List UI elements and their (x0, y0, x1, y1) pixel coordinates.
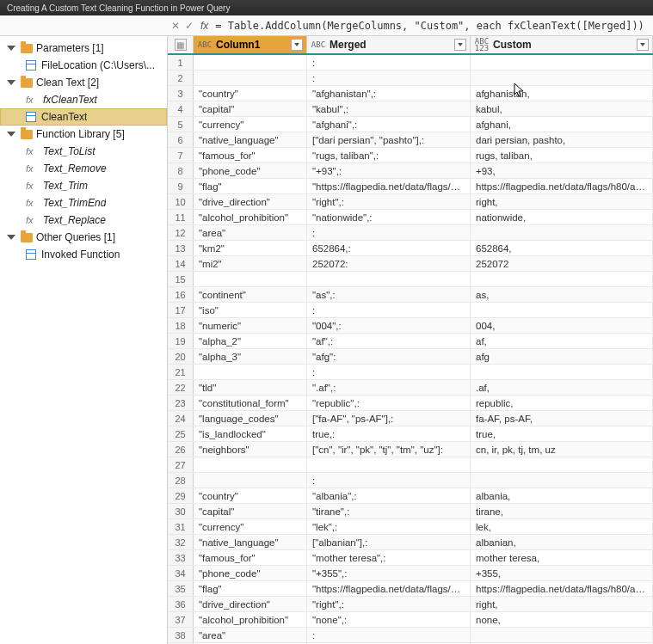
table-row[interactable]: 4"capital""kabul",:kabul, (168, 101, 653, 117)
cell[interactable]: "phone_code" (194, 163, 307, 178)
sidebar-item[interactable]: FileLocation (C:\Users\... (0, 57, 167, 74)
cell[interactable]: : (307, 71, 471, 85)
table-row[interactable]: 23"constitutional_form""republic",:repub… (168, 396, 653, 411)
cell[interactable]: "right",: (307, 597, 471, 611)
cell[interactable]: as, (471, 287, 653, 302)
formula-cancel-icon[interactable]: ✕ (171, 20, 180, 32)
table-row[interactable]: 2: (168, 71, 653, 86)
cell[interactable]: "https://flagpedia.net/data/flags/h80/al… (307, 581, 471, 596)
grid-corner[interactable]: ▦ (168, 36, 194, 53)
datatype-icon[interactable]: ABC (311, 38, 326, 52)
row-number[interactable]: 32 (168, 535, 194, 549)
datatype-icon[interactable]: ABC (197, 38, 213, 52)
row-number[interactable]: 23 (168, 396, 194, 410)
cell[interactable]: albania, (471, 488, 653, 503)
cell[interactable]: "iso" (194, 303, 307, 317)
table-row[interactable]: 33"famous_for""mother teresa",:mother te… (168, 550, 653, 566)
cell[interactable]: afg (471, 349, 653, 364)
cell[interactable] (471, 55, 653, 70)
cell[interactable] (471, 628, 653, 642)
cell[interactable] (194, 272, 307, 286)
row-number[interactable]: 27 (168, 457, 194, 472)
cell[interactable]: "capital" (194, 101, 307, 116)
sidebar-item[interactable]: fxfxCleanText (0, 91, 167, 108)
cell[interactable]: "lek",: (307, 519, 471, 534)
column-header[interactable]: ABCMerged (307, 36, 471, 53)
filter-dropdown-icon[interactable] (454, 39, 466, 51)
cell[interactable]: "drive_direction" (194, 597, 307, 611)
cell[interactable]: cn, ir, pk, tj, tm, uz (471, 442, 653, 457)
row-number[interactable]: 21 (168, 365, 194, 379)
cell[interactable]: "republic",: (307, 396, 471, 410)
table-row[interactable]: 32"native_language"["albanian"],:albania… (168, 535, 653, 550)
table-row[interactable]: 6"native_language"["dari persian", "pash… (168, 132, 653, 148)
table-row[interactable]: 21: (168, 365, 653, 380)
row-number[interactable]: 12 (168, 225, 194, 240)
sidebar-group[interactable]: Parameters [1] (0, 40, 167, 57)
table-row[interactable]: 24"language_codes"["fa-AF", "ps-AF"],:fa… (168, 411, 653, 426)
row-number[interactable]: 10 (168, 194, 194, 209)
cell[interactable]: "alcohol_prohibition" (194, 612, 307, 627)
cell[interactable]: "albania",: (307, 488, 471, 503)
column-header[interactable]: ABC 123Custom (471, 36, 653, 53)
cell[interactable]: : (307, 365, 471, 379)
cell[interactable]: "area" (194, 225, 307, 240)
row-number[interactable]: 35 (168, 581, 194, 596)
row-number[interactable]: 18 (168, 318, 194, 333)
cell[interactable]: "afghani",: (307, 117, 471, 132)
cell[interactable]: tirane, (471, 504, 653, 518)
grid-body[interactable]: 1:2:3"country""afghanistan",:afghanistan… (168, 55, 653, 644)
row-number[interactable]: 28 (168, 473, 194, 488)
cell[interactable] (194, 55, 307, 70)
filter-dropdown-icon[interactable] (637, 39, 649, 51)
table-row[interactable]: 30"capital""tirane",:tirane, (168, 504, 653, 519)
table-row[interactable]: 8"phone_code""+93",:+93, (168, 163, 653, 179)
cell[interactable]: "nationwide",: (307, 210, 471, 224)
cell[interactable]: "right",: (307, 194, 471, 209)
cell[interactable]: "tirane",: (307, 504, 471, 518)
cell[interactable]: "language_codes" (194, 411, 307, 426)
row-number[interactable]: 2 (168, 71, 194, 85)
cell[interactable]: : (307, 303, 471, 317)
row-number[interactable]: 34 (168, 566, 194, 580)
cell[interactable] (194, 473, 307, 488)
table-row[interactable]: 17"iso": (168, 303, 653, 318)
cell[interactable] (471, 272, 653, 286)
cell[interactable]: "native_language" (194, 535, 307, 549)
cell[interactable]: albanian, (471, 535, 653, 549)
cell[interactable] (307, 272, 471, 286)
cell[interactable]: "none",: (307, 612, 471, 627)
row-number[interactable]: 16 (168, 287, 194, 302)
table-row[interactable]: 27 (168, 457, 653, 473)
cell[interactable]: 652864, (471, 241, 653, 255)
table-row[interactable]: 14 "mi2"252072:252072 (168, 256, 653, 272)
row-number[interactable]: 29 (168, 488, 194, 503)
cell[interactable]: republic, (471, 396, 653, 410)
cell[interactable]: "km2" (194, 241, 307, 255)
cell[interactable]: "alpha_3" (194, 349, 307, 364)
cell[interactable]: none, (471, 612, 653, 627)
cell[interactable] (471, 365, 653, 379)
cell[interactable]: 252072 (471, 256, 653, 271)
row-number[interactable]: 24 (168, 411, 194, 426)
row-number[interactable]: 36 (168, 597, 194, 611)
cell[interactable]: kabul, (471, 101, 653, 116)
row-number[interactable]: 22 (168, 380, 194, 395)
row-number[interactable]: 20 (168, 349, 194, 364)
cell[interactable]: "afg": (307, 349, 471, 364)
cell[interactable] (194, 457, 307, 472)
table-row[interactable]: 16"continent""as",:as, (168, 287, 653, 303)
table-row[interactable]: 38"area": (168, 628, 653, 643)
cell[interactable]: "+93",: (307, 163, 471, 178)
cell[interactable]: "numeric" (194, 318, 307, 333)
cell[interactable]: "as",: (307, 287, 471, 302)
table-row[interactable]: 36"drive_direction""right",:right, (168, 597, 653, 612)
cell[interactable]: "af",: (307, 334, 471, 348)
row-number[interactable]: 11 (168, 210, 194, 224)
cell[interactable]: : (307, 55, 471, 70)
cell[interactable]: "currency" (194, 519, 307, 534)
cell[interactable]: ["albanian"],: (307, 535, 471, 549)
cell[interactable]: "https://flagpedia.net/data/flags/h80/af… (307, 179, 471, 193)
cell[interactable]: : (307, 473, 471, 488)
cell[interactable]: "alpha_2" (194, 334, 307, 348)
